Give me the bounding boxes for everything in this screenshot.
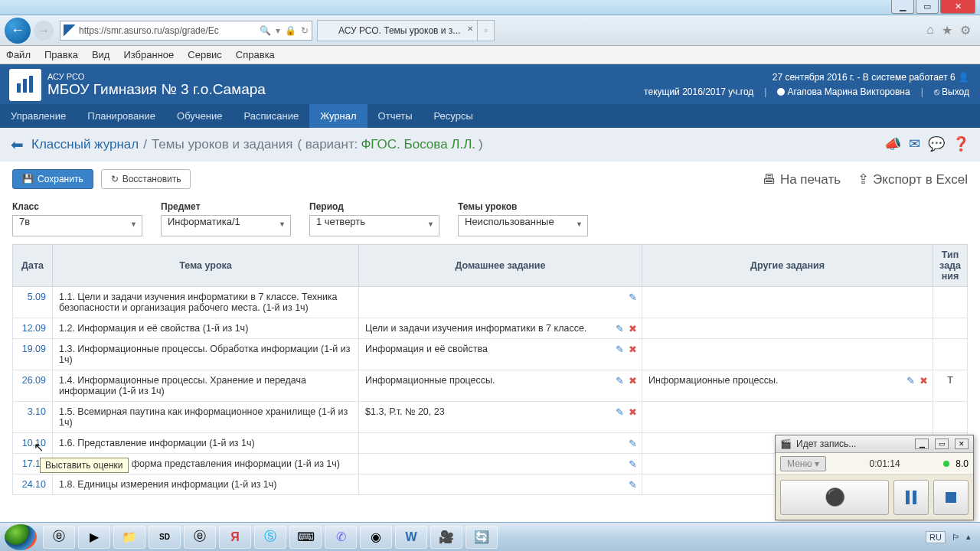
delete-hw-icon[interactable]: ✖ xyxy=(629,406,637,418)
tab-close-icon[interactable]: ✕ xyxy=(467,24,473,33)
recorder-record-button[interactable]: ⚫ xyxy=(780,480,889,515)
page-back-icon[interactable]: ⬅ xyxy=(11,135,24,154)
nav-item-2[interactable]: Обучение xyxy=(166,104,233,128)
menu-view[interactable]: Вид xyxy=(92,49,110,60)
cell-date[interactable]: 19.09 xyxy=(13,339,53,370)
taskbar-camstudio[interactable]: 🎥 xyxy=(430,526,462,549)
recorder-close[interactable]: ✕ xyxy=(955,439,969,449)
cell-date[interactable]: 24.10 xyxy=(13,474,53,495)
refresh-icon[interactable]: ↻ xyxy=(301,25,309,36)
delete-hw-icon[interactable]: ✖ xyxy=(629,323,637,334)
window-minimize-button[interactable]: ▁ xyxy=(891,0,914,14)
edit-hw-icon[interactable]: ✎ xyxy=(629,292,637,303)
edit-hw-icon[interactable]: ✎ xyxy=(616,375,624,386)
filter-class-select[interactable]: 7в xyxy=(12,215,142,236)
recorder-maximize[interactable]: ▭ xyxy=(935,439,949,449)
window-maximize-button[interactable]: ▭ xyxy=(916,0,939,14)
cell-date[interactable]: 3.10 xyxy=(13,402,53,433)
filter-topics-select[interactable]: Неиспользованные xyxy=(458,215,588,236)
export-excel-action[interactable]: ⇪ Экспорт в Excel xyxy=(858,171,968,187)
tray-lang[interactable]: RU xyxy=(926,531,946,543)
chat-icon[interactable]: 💬 xyxy=(928,135,945,152)
menu-edit[interactable]: Правка xyxy=(44,49,78,60)
save-icon: 💾 xyxy=(22,174,34,184)
breadcrumb-part1[interactable]: Классный журнал xyxy=(31,137,139,152)
browser-back-button[interactable]: ← xyxy=(5,18,31,44)
edit-hw-icon[interactable]: ✎ xyxy=(616,323,624,334)
nav-item-5[interactable]: Отчеты xyxy=(368,104,423,128)
taskbar-explorer[interactable]: 📁 xyxy=(113,526,145,549)
browser-tab[interactable]: АСУ РСО. Темы уроков и з... ✕ xyxy=(317,20,478,41)
menu-help[interactable]: Справка xyxy=(236,49,275,60)
window-close-button[interactable]: ✕ xyxy=(940,0,975,14)
recorder-menu-button[interactable]: Меню ▾ xyxy=(780,456,826,471)
edit-hw-icon[interactable]: ✎ xyxy=(616,406,624,418)
header-user[interactable]: Агапова Марина Викторовна xyxy=(787,86,910,97)
app-title: МБОУ Гимназия № 3 г.о.Самара xyxy=(47,81,266,98)
taskbar-app[interactable]: 🔄 xyxy=(466,526,498,549)
edit-hw-icon[interactable]: ✎ xyxy=(629,438,637,449)
edit-other-icon[interactable]: ✎ xyxy=(906,375,915,386)
mail-icon[interactable]: ✉ xyxy=(909,135,920,152)
nav-item-0[interactable]: Управление xyxy=(0,104,77,128)
recorder-stop-button[interactable] xyxy=(933,480,969,515)
delete-hw-icon[interactable]: ✖ xyxy=(629,375,637,386)
browser-forward-button[interactable]: → xyxy=(34,21,54,41)
filter-period-select[interactable]: 1 четверть xyxy=(309,215,439,236)
edit-hw-icon[interactable]: ✎ xyxy=(629,458,637,470)
nav-item-1[interactable]: Планирование xyxy=(77,104,166,128)
taskbar-word[interactable]: W xyxy=(395,526,427,549)
announce-icon[interactable]: 📣 xyxy=(884,135,901,152)
taskbar-yandex[interactable]: Я xyxy=(219,526,251,549)
edit-hw-icon[interactable]: ✎ xyxy=(616,344,624,355)
cell-type xyxy=(933,287,968,318)
cell-date[interactable]: 5.09 xyxy=(13,287,53,318)
start-button[interactable] xyxy=(5,524,37,550)
favorites-icon[interactable]: ★ xyxy=(942,23,952,37)
breadcrumb-part2: Темы уроков и задания xyxy=(152,137,293,152)
cell-homework: Информация и её свойства✎✖ xyxy=(359,339,642,370)
cell-date[interactable]: 26.09 xyxy=(13,370,53,402)
recorder-minimize[interactable]: ▁ xyxy=(915,439,929,449)
edit-hw-icon[interactable]: ✎ xyxy=(629,479,637,491)
nav-item-6[interactable]: Ресурсы xyxy=(423,104,484,128)
taskbar-skype[interactable]: Ⓢ xyxy=(254,526,286,549)
cell-date[interactable]: 10.10 xyxy=(13,433,53,454)
home-icon[interactable]: ⌂ xyxy=(926,23,934,37)
search-dropdown-icon[interactable]: 🔍 xyxy=(260,25,271,36)
cell-homework: ✎ xyxy=(359,433,642,454)
nav-item-3[interactable]: Расписание xyxy=(233,104,309,128)
taskbar-wmp[interactable]: ▶ xyxy=(78,526,110,549)
taskbar-chrome[interactable]: ◉ xyxy=(360,526,392,549)
cell-date[interactable]: 12.09 xyxy=(13,318,53,339)
tray-chevron-icon[interactable]: ▴ xyxy=(966,532,971,542)
taskbar-ie2[interactable]: ⓔ xyxy=(184,526,216,549)
help-icon[interactable]: ❓ xyxy=(952,135,969,152)
menu-favorites[interactable]: Избранное xyxy=(123,49,174,60)
tray-flag-icon[interactable]: 🏳 xyxy=(952,533,960,542)
restore-button[interactable]: ↻Восстановить xyxy=(101,169,191,189)
logout-link[interactable]: ⎋ Выход xyxy=(934,85,969,99)
recorder-pause-button[interactable] xyxy=(893,480,929,515)
cell-topic: 1.6. Представление информации (1-й из 1ч… xyxy=(53,433,359,454)
nav-item-4[interactable]: Журнал xyxy=(309,104,367,128)
delete-other-icon[interactable]: ✖ xyxy=(920,375,928,386)
new-tab-button[interactable]: ▫ xyxy=(478,20,495,41)
recorder-window[interactable]: 🎬 Идет запись... ▁ ▭ ✕ Меню ▾ 0:01:14 8.… xyxy=(775,435,974,520)
taskbar-app-sd[interactable]: SD xyxy=(149,526,181,549)
save-button[interactable]: 💾Сохранить xyxy=(12,169,93,189)
filter-subject-select[interactable]: Информатика/1 xyxy=(161,215,291,236)
taskbar-ie[interactable]: ⓔ xyxy=(43,526,75,549)
variant-value[interactable]: ФГОС. Босова Л.Л. xyxy=(361,137,475,152)
taskbar-viber[interactable]: ✆ xyxy=(325,526,357,549)
cell-other xyxy=(642,287,933,318)
print-action[interactable]: 🖶 На печать xyxy=(763,171,841,187)
delete-hw-icon[interactable]: ✖ xyxy=(629,344,637,355)
menu-service[interactable]: Сервис xyxy=(188,49,222,60)
menu-file[interactable]: Файл xyxy=(6,49,31,60)
recorder-level: 8.0 xyxy=(956,458,969,469)
tools-icon[interactable]: ⚙ xyxy=(960,23,971,37)
address-bar[interactable]: https://smr.asurso.ru/asp/grade/Ec 🔍 ▾ 🔒… xyxy=(60,21,312,41)
header-year[interactable]: текущий 2016/2017 уч.год xyxy=(644,85,753,99)
taskbar-keyboard[interactable]: ⌨ xyxy=(289,526,322,549)
